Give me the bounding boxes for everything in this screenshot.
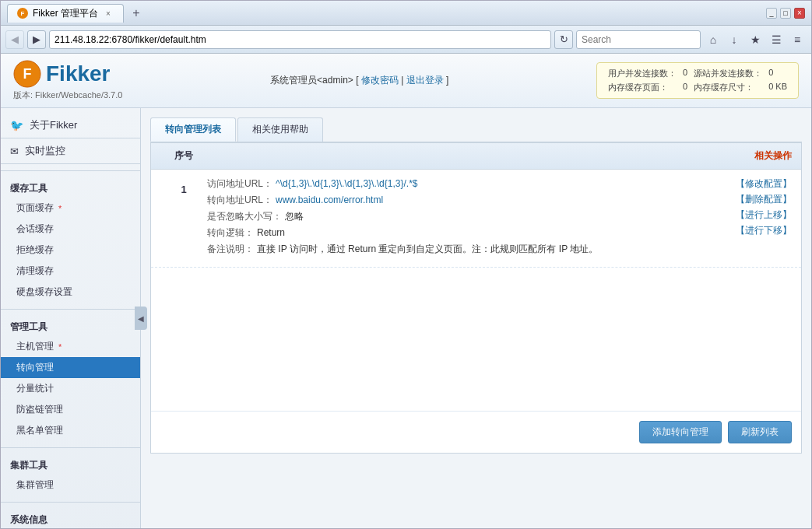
title-bar: F Fikker 管理平台 × + _ □ ×	[1, 1, 811, 26]
logo-area: F Fikker 版本: Fikker/Webcache/3.7.0	[13, 60, 122, 101]
content-panel: 序号 相关操作 1 访问地址URL： ^\d	[150, 142, 802, 454]
star-icon[interactable]: ★	[746, 30, 765, 49]
version-text: 版本: Fikker/Webcache/3.7.0	[13, 89, 122, 101]
table-header: 序号 相关操作	[151, 143, 801, 170]
forward-btn[interactable]: ▶	[27, 30, 46, 49]
record-info: 访问地址URL： ^\d{1,3}\.\d{1,3}\.\d{1,3}\.\d{…	[207, 177, 698, 259]
ignore-case-row: 是否忽略大小写： 忽略	[207, 210, 698, 223]
menu-icon[interactable]: ≡	[788, 30, 807, 49]
access-url-value: ^\d{1,3}\.\d{1,3}\.\d{1,3}\.\d{1,3}/.*$	[276, 178, 417, 189]
memory-pages-label: 内存缓存页面：	[608, 82, 677, 93]
sidebar-item-clear-cache[interactable]: 清理缓存	[1, 261, 140, 282]
home-icon[interactable]: ⌂	[704, 30, 722, 49]
sidebar-wrapper: 🐦 关于Fikker ✉ 实时监控 缓存工具 页面缓存*	[1, 108, 141, 528]
session-cache-label: 会话缓存	[16, 222, 54, 236]
browser-frame: F Fikker 管理平台 × + _ □ × ◀ ▶ ↻ ⌂ ↓ ★ ☰ ≡	[0, 0, 812, 529]
col-ops-header: 相关操作	[698, 149, 792, 163]
sidebar-sep-1	[1, 170, 140, 171]
sidebar-item-hotlink[interactable]: 防盗链管理	[1, 399, 140, 420]
redirect-url-link[interactable]: www.baidu.com/error.html	[276, 194, 383, 205]
reader-icon[interactable]: ☰	[767, 30, 786, 49]
browser-tab-active[interactable]: F Fikker 管理平台 ×	[7, 4, 124, 23]
sidebar-item-reject-cache[interactable]: 拒绝缓存	[1, 240, 140, 261]
host-mgmt-label: 主机管理	[16, 340, 54, 353]
maximize-btn[interactable]: □	[780, 8, 791, 19]
url-bar[interactable]	[49, 30, 551, 49]
reject-cache-label: 拒绝缓存	[16, 243, 54, 257]
user-connections-label: 用户并发连接数：	[608, 68, 677, 79]
new-tab-btn[interactable]: +	[127, 4, 146, 23]
access-url-label: 访问地址URL：	[207, 177, 272, 191]
sidebar-sep-3	[1, 447, 140, 448]
table-row: 1 访问地址URL： ^\d{1,3}\.\d{1,3}\.\d{1,3}\.\…	[151, 170, 801, 268]
tab-help[interactable]: 相关使用帮助	[237, 117, 323, 142]
monitor-label: 实时监控	[25, 144, 65, 158]
stats-box: 用户并发连接数： 0 源站并发连接数： 0 内存缓存页面： 0 内存缓存尺寸： …	[596, 62, 799, 99]
record-ops: 【修改配置】 【删除配置】 【进行上移】 【进行下移】	[698, 177, 792, 259]
refresh-btn[interactable]: ↻	[554, 30, 573, 49]
about-label: 关于Fikker	[30, 118, 77, 132]
tabs-header: 转向管理列表 相关使用帮助	[150, 117, 802, 142]
sidebar-item-monitor[interactable]: ✉ 实时监控	[1, 138, 140, 164]
blacklist-label: 黑名单管理	[16, 424, 63, 437]
col-info-header	[207, 149, 698, 163]
ignore-case-label: 是否忽略大小写：	[207, 210, 282, 223]
tab-close-btn[interactable]: ×	[103, 8, 114, 19]
sidebar-item-traffic-stats[interactable]: 分量统计	[1, 378, 140, 399]
tab-title: Fikker 管理平台	[33, 7, 98, 20]
page-content: F Fikker 版本: Fikker/Webcache/3.7.0 系统管理员…	[1, 54, 811, 528]
admin-tools-title: 管理工具	[1, 316, 140, 336]
sidebar-sep-2	[1, 309, 140, 310]
origin-connections-label: 源站并发连接数：	[694, 68, 762, 79]
page-cache-label: 页面缓存	[16, 201, 54, 215]
sidebar-item-about[interactable]: 🐦 关于Fikker	[1, 113, 140, 138]
add-redirect-btn[interactable]: 添加转向管理	[639, 421, 722, 443]
sidebar-top-section: 🐦 关于Fikker ✉ 实时监控	[1, 108, 140, 169]
sidebar-item-disk-cache[interactable]: 硬盘缓存设置	[1, 282, 140, 303]
toolbar-buttons: ⌂ ↓ ★ ☰ ≡	[704, 30, 807, 49]
sidebar: 🐦 关于Fikker ✉ 实时监控 缓存工具 页面缓存*	[1, 108, 141, 528]
op-delete-config[interactable]: 【删除配置】	[736, 193, 792, 206]
memory-size-value: 0 KB	[768, 82, 787, 93]
record-num: 1	[160, 177, 207, 259]
origin-connections-value: 0	[768, 68, 787, 79]
minimize-btn[interactable]: _	[766, 8, 777, 19]
tab-redirect-list[interactable]: 转向管理列表	[150, 117, 236, 142]
op-move-up[interactable]: 【进行上移】	[736, 208, 792, 222]
remark-row: 备注说明： 直接 IP 访问时，通过 Return 重定向到自定义页面。注：此规…	[207, 243, 698, 256]
back-btn[interactable]: ◀	[5, 30, 24, 49]
monitor-icon: ✉	[10, 145, 19, 157]
sidebar-item-redirect-mgmt[interactable]: 转向管理	[1, 357, 140, 378]
svg-text:F: F	[23, 66, 32, 82]
sidebar-item-session-cache[interactable]: 会话缓存	[1, 219, 140, 240]
change-pwd-link[interactable]: 修改密码	[361, 75, 399, 86]
search-input[interactable]	[576, 30, 701, 49]
close-bracket: ]	[446, 75, 448, 86]
access-url-link[interactable]: ^\d{1,3}\.\d{1,3}\.\d{1,3}\.\d{1,3}/.*$	[276, 178, 417, 189]
page-cache-required: *	[58, 204, 62, 213]
redirect-url-label: 转向地址URL：	[207, 194, 272, 207]
system-info-section: 系统信息 系统配置* 查询工具	[1, 504, 140, 528]
logout-link[interactable]: 退出登录	[406, 75, 444, 86]
refresh-list-btn[interactable]: 刷新列表	[728, 421, 792, 443]
redirect-logic-row: 转向逻辑： Return	[207, 226, 698, 240]
op-move-down[interactable]: 【进行下移】	[736, 224, 792, 237]
redirect-logic-label: 转向逻辑：	[207, 226, 254, 240]
user-connections-value: 0	[683, 68, 687, 79]
remark-value: 直接 IP 访问时，通过 Return 重定向到自定义页面。注：此规则匹配所有 …	[257, 243, 598, 256]
sidebar-item-cluster-mgmt[interactable]: 集群管理	[1, 475, 140, 496]
redirect-mgmt-label: 转向管理	[16, 361, 54, 374]
memory-size-label: 内存缓存尺寸：	[694, 82, 762, 93]
sidebar-item-page-cache[interactable]: 页面缓存*	[1, 198, 140, 219]
hotlink-label: 防盗链管理	[16, 403, 63, 416]
memory-pages-value: 0	[683, 82, 687, 93]
ignore-case-value: 忽略	[285, 210, 304, 223]
sidebar-item-blacklist[interactable]: 黑名单管理	[1, 420, 140, 441]
content-spacer	[151, 268, 801, 411]
logo-icon: F	[13, 60, 41, 88]
sidebar-item-host-mgmt[interactable]: 主机管理*	[1, 336, 140, 357]
download-icon[interactable]: ↓	[725, 30, 743, 49]
close-btn[interactable]: ×	[794, 8, 805, 19]
redirect-url-row: 转向地址URL： www.baidu.com/error.html	[207, 194, 698, 207]
op-modify-config[interactable]: 【修改配置】	[736, 177, 792, 191]
